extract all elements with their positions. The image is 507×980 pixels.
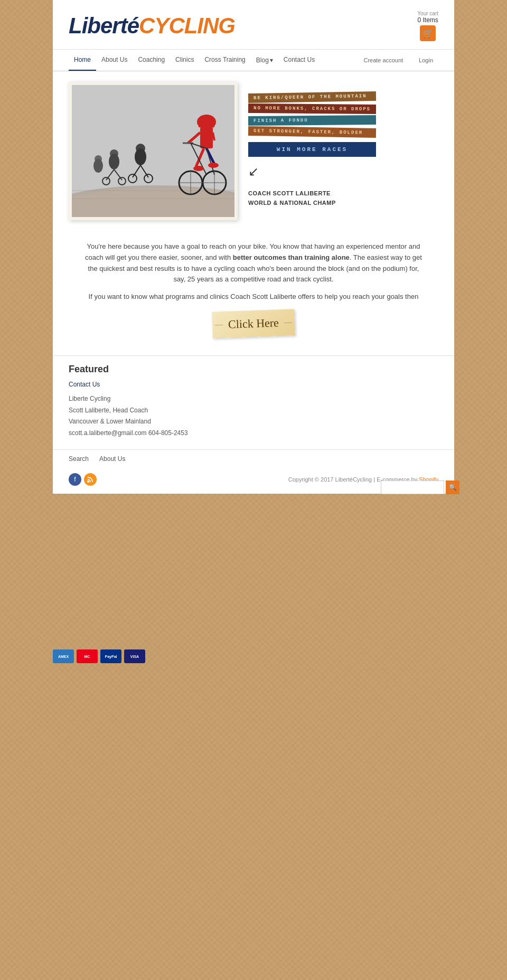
paypal-card: PayPal xyxy=(100,649,121,663)
blog-dropdown-icon: ▾ xyxy=(270,56,273,64)
overlay-tag-4: GET STRONGER, FASTER, BOLDER xyxy=(248,126,376,138)
svg-point-36 xyxy=(193,166,204,171)
overlay-tag-2: NO MORE BONKS, CRACKS OR DROPS xyxy=(248,103,376,114)
svg-point-38 xyxy=(87,480,89,483)
nav-item-coaching[interactable]: Coaching xyxy=(133,50,170,71)
rss-svg xyxy=(87,476,93,483)
nav-left: Home About Us Coaching Clinics Cross Tra… xyxy=(69,50,320,71)
nav-item-login[interactable]: Login xyxy=(414,51,438,70)
page-wrapper: Liberté CYCLING Your cart 0 Items 🛒 Home… xyxy=(53,0,454,494)
contact-info: Liberte Cycling Scott Laliberte, Head Co… xyxy=(69,393,438,439)
content-paragraph-1: You're here because you have a goal to r… xyxy=(84,241,422,285)
coach-name: COACH SCOTT LALIBERTE xyxy=(248,190,331,196)
business-name: Liberte Cycling xyxy=(69,393,438,405)
content-paragraph-2: If you want to know what programs and cl… xyxy=(84,291,422,303)
featured-section: Featured Contact Us Liberte Cycling Scot… xyxy=(53,355,454,449)
hero-section: BE KING/QUEEN OF THE MOUNTAIN NO MORE BO… xyxy=(53,71,454,231)
cart-label: Your cart xyxy=(417,11,438,16)
nav-item-home[interactable]: Home xyxy=(69,50,96,71)
cart-count: 0 Items xyxy=(417,16,438,24)
nav-right: Create account Login xyxy=(358,51,438,70)
facebook-icon[interactable]: f xyxy=(69,473,81,486)
hero-overlays: BE KING/QUEEN OF THE MOUNTAIN NO MORE BO… xyxy=(238,92,376,208)
search-input[interactable] xyxy=(381,480,444,494)
main-content: You're here because you have a goal to r… xyxy=(53,231,454,355)
overlay-tag-3: FINISH A FONDO xyxy=(248,115,376,126)
contact-details: scott.a.laliberte@gmail.com 604-805-2453 xyxy=(69,428,438,439)
nav-item-blog[interactable]: Blog ▾ xyxy=(251,50,278,71)
nav-item-about[interactable]: About Us xyxy=(96,50,133,71)
visa-card: VISA xyxy=(124,649,145,663)
svg-point-12 xyxy=(135,148,146,165)
svg-point-37 xyxy=(208,163,219,168)
site-logo[interactable]: Liberté CYCLING xyxy=(69,13,235,39)
click-here-button[interactable]: Click Here xyxy=(212,309,295,338)
nav-item-clinics[interactable]: Clinics xyxy=(170,50,199,71)
payment-icons-area: AMEX MC PayPal VISA xyxy=(53,649,145,663)
nav-item-create-account[interactable]: Create account xyxy=(358,51,408,70)
site-header: Liberté CYCLING Your cart 0 Items 🛒 xyxy=(53,0,454,50)
nav-item-cross-training[interactable]: Cross Training xyxy=(199,50,250,71)
amex-card: AMEX xyxy=(53,649,74,663)
cart-area[interactable]: Your cart 0 Items 🛒 xyxy=(417,11,438,41)
coach-caption: COACH SCOTT LALIBERTE WORLD & NATIONAL C… xyxy=(248,189,376,208)
cycling-scene xyxy=(72,85,234,217)
nav-item-contact[interactable]: Contact Us xyxy=(278,50,320,71)
svg-rect-21 xyxy=(200,127,213,148)
footer-nav-search[interactable]: Search xyxy=(69,455,89,463)
svg-point-18 xyxy=(93,159,103,173)
arrow-decoration: ↙ xyxy=(248,164,376,179)
search-overlay: 🔍 xyxy=(381,480,459,494)
overlay-tag-1: BE KING/QUEEN OF THE MOUNTAIN xyxy=(248,91,376,103)
footer-nav: Search About Us xyxy=(53,449,454,468)
social-icons: f xyxy=(69,473,97,486)
svg-rect-20 xyxy=(199,125,214,127)
coach-title: WORLD & NATIONAL CHAMP xyxy=(248,200,336,206)
head-coach: Scott Laliberte, Head Coach xyxy=(69,405,438,417)
search-button[interactable]: 🔍 xyxy=(446,480,459,494)
footer-nav-about[interactable]: About Us xyxy=(99,455,125,463)
mastercard-card: MC xyxy=(77,649,98,663)
main-nav: Home About Us Coaching Clinics Cross Tra… xyxy=(53,50,454,71)
contact-link[interactable]: Contact Us xyxy=(69,381,100,388)
cycling-scene-svg xyxy=(72,85,234,217)
location: Vancouver & Lower Mainland xyxy=(69,416,438,428)
logo-liberte: Liberté xyxy=(69,13,139,39)
svg-point-6 xyxy=(109,154,119,169)
logo-cycling: CYCLING xyxy=(139,13,235,39)
outer-background: Liberté CYCLING Your cart 0 Items 🛒 Home… xyxy=(0,0,507,980)
rss-icon[interactable] xyxy=(84,473,97,486)
svg-point-2 xyxy=(72,188,234,217)
cart-icon[interactable]: 🛒 xyxy=(420,25,436,41)
click-here-wrapper: Click Here xyxy=(84,310,422,337)
win-more-races-button[interactable]: WIN MORE RACES xyxy=(248,142,376,157)
featured-title: Featured xyxy=(69,364,438,375)
hero-image-wrapper xyxy=(69,82,238,220)
bold-text: better outcomes than training alone xyxy=(233,253,350,261)
